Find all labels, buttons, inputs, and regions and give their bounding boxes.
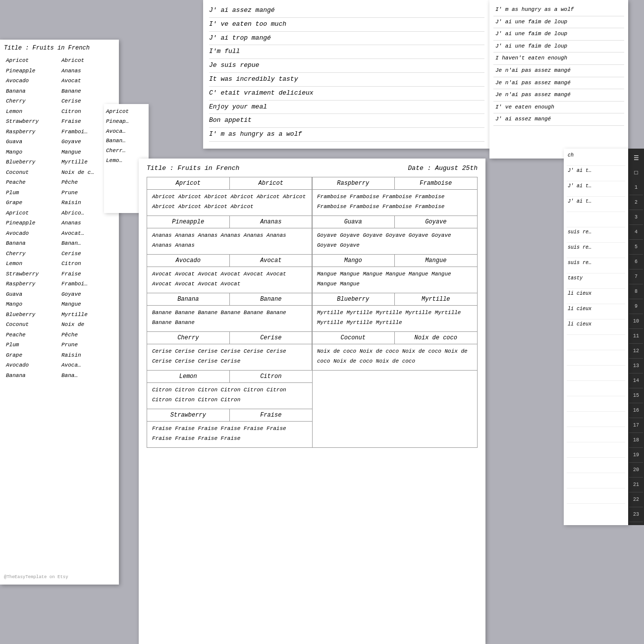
fruit-english: Coconut xyxy=(4,320,59,330)
fruit-english: Lemon xyxy=(4,107,59,117)
fruit-english: Coconut xyxy=(4,167,59,178)
col3-item: Banan… xyxy=(106,136,147,146)
toolbar-number[interactable]: 4 xyxy=(629,225,643,240)
sidebar-text-line: J' ai t… xyxy=(567,166,625,181)
fruit-section-french: Mangue xyxy=(395,255,478,267)
fruit-section: ApricotAbricotAbricot Abricot Abricot Ab… xyxy=(147,177,313,216)
toolbar-number[interactable]: 9 xyxy=(629,299,643,314)
table-row: BananaBana… xyxy=(4,371,115,381)
fruit-english: Apricot xyxy=(4,208,59,218)
fruit-section-french: Citron xyxy=(230,371,313,382)
table-row: PlumPrune xyxy=(4,188,115,198)
toolbar-number[interactable]: 7 xyxy=(629,269,643,284)
document-icon[interactable]: □ xyxy=(629,166,643,180)
fruit-section-french: Myrtille xyxy=(395,293,478,305)
fruit-section-words: Banane Banane Banane Banane Banane Banan… xyxy=(147,306,312,331)
fruit-section-header: BlueberryMyrtille xyxy=(312,293,477,306)
fruit-french: Banane xyxy=(59,86,115,97)
table-row: PeachePêche xyxy=(4,330,115,340)
toolbar-number[interactable]: 2 xyxy=(629,195,643,210)
fruit-french: Bana… xyxy=(59,371,115,381)
toolbar-number[interactable]: 12 xyxy=(629,344,643,359)
toolbar-number[interactable]: 5 xyxy=(629,240,643,255)
toolbar-number[interactable]: 18 xyxy=(629,433,643,448)
fruit-english: Pineapple xyxy=(4,218,59,228)
fruit-section-french: Abricot xyxy=(230,177,313,189)
fruit-english: Grape xyxy=(4,350,59,361)
fruit-section-words: Cerise Cerise Cerise Cerise Cerise Ceris… xyxy=(147,344,312,370)
toolbar-number[interactable]: 22 xyxy=(629,492,643,507)
fruit-section-english: Blueberry xyxy=(312,293,395,305)
fruit-section-french: Goyave xyxy=(395,216,478,228)
sidebar-text-line xyxy=(567,427,625,442)
toolbar-number[interactable]: 8 xyxy=(629,284,643,299)
toolbar-number[interactable]: 19 xyxy=(629,448,643,463)
fruit-french: Abricot xyxy=(59,55,115,66)
sidebar-toolbar[interactable]: ☰ □ 123456789101112131415161718192021222… xyxy=(628,149,644,525)
toolbar-number[interactable]: 15 xyxy=(629,388,643,403)
top-line-item: Enjoy your meal xyxy=(209,101,484,114)
table-row: GuavaGoyave xyxy=(4,289,115,300)
toolbar-number[interactable]: 20 xyxy=(629,463,643,478)
top-line-item: J' ai trop mangé xyxy=(209,32,484,46)
sidebar-text-line xyxy=(567,488,625,504)
sidebar-text-line xyxy=(567,396,625,412)
fruit-french: Avocat… xyxy=(59,228,115,239)
toolbar-number[interactable]: 3 xyxy=(629,210,643,225)
fruit-english: Mango xyxy=(4,147,59,158)
right-top-line-item: J' ai une faim de loup xyxy=(493,16,624,29)
sidebar-text-line xyxy=(567,458,625,473)
toolbar-number[interactable]: 16 xyxy=(629,403,643,418)
table-row: LemonCitron xyxy=(4,259,115,269)
sidebar-text-line xyxy=(567,350,625,366)
sidebar-text-line xyxy=(567,366,625,381)
left-sections: ApricotAbricotAbricot Abricot Abricot Ab… xyxy=(147,177,312,447)
fruit-english: Banana xyxy=(4,86,59,97)
sidebar-text-line: li cieux xyxy=(567,304,625,320)
toolbar-number[interactable]: 11 xyxy=(629,329,643,344)
fruit-section-words: Fraise Fraise Fraise Fraise Fraise Frais… xyxy=(147,422,312,447)
fruit-section-words: Goyave Goyave Goyave Goyave Goyave Goyav… xyxy=(312,228,477,254)
fruit-section-words: Ananas Ananas Ananas Ananas Ananas Anana… xyxy=(147,228,312,254)
fruit-english: Mango xyxy=(4,299,59,310)
sidebar-text-line xyxy=(567,381,625,396)
fruit-section-words: Avocat Avocat Avocat Avocat Avocat Avoca… xyxy=(147,267,312,293)
table-row: GuavaGoyave xyxy=(4,137,115,147)
sidebar-text-line xyxy=(567,212,625,227)
fruit-english: Blueberry xyxy=(4,157,59,167)
table-row: AvocadoAvoca… xyxy=(4,360,115,371)
toolbar-number[interactable]: 10 xyxy=(629,314,643,329)
toolbar-number[interactable]: 21 xyxy=(629,478,643,492)
fruit-english: Lemon xyxy=(4,259,59,269)
right-top-line-item: I' ve eaten enough xyxy=(493,102,624,114)
fruit-english: Plum xyxy=(4,188,59,198)
fruit-section-french: Banane xyxy=(230,293,313,305)
top-line-item: Je suis repue xyxy=(209,59,484,73)
fruit-english: Cherry xyxy=(4,249,59,259)
toolbar-number[interactable]: 6 xyxy=(629,255,643,269)
table-row: MangoMangue xyxy=(4,147,115,158)
fruit-section-english: Raspberry xyxy=(312,177,395,189)
sidebar-text-line: suis re… xyxy=(567,243,625,258)
fruit-french: Avoca… xyxy=(59,360,115,371)
fruit-french: Fraise xyxy=(59,269,115,279)
fruit-french: Framboi… xyxy=(59,279,115,289)
menu-icon[interactable]: ☰ xyxy=(629,151,643,165)
toolbar-number[interactable]: 17 xyxy=(629,418,643,433)
fruit-english: Peache xyxy=(4,177,59,188)
main-page: Title : Fruits in French Date : August 2… xyxy=(139,159,485,644)
fruit-section-french: Fraise xyxy=(230,409,313,421)
fruit-section: BlueberryMyrtilleMyrtille Myrtille Myrti… xyxy=(312,293,478,332)
fruit-section-header: CoconutNoix de coco xyxy=(312,332,477,344)
fruit-english: Blueberry xyxy=(4,310,59,320)
toolbar-number[interactable]: 14 xyxy=(629,374,643,388)
top-middle-page: J' ai assez mangéI' ve eaten too muchJ' … xyxy=(203,0,490,149)
table-row: GrapeRaisin xyxy=(4,198,115,208)
fruit-section-english: Coconut xyxy=(312,332,395,344)
toolbar-number[interactable]: 23 xyxy=(629,507,643,522)
toolbar-number[interactable]: 13 xyxy=(629,359,643,374)
toolbar-number[interactable]: 1 xyxy=(629,180,643,195)
table-row: StrawberryFraise xyxy=(4,269,115,279)
left-page-title: Title : Fruits in French xyxy=(4,45,115,52)
fruit-french: Mangue xyxy=(59,299,115,310)
